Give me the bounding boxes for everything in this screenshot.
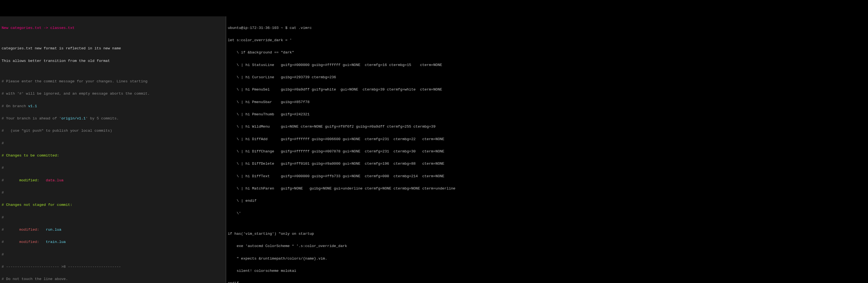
commit-body-line[interactable]: This allows better transition from the o…: [2, 59, 224, 63]
terminal-line: \ | hi PmenuThumb guifg=#242321: [228, 112, 866, 117]
comment-line: # with '#' will be ignored, and an empty…: [2, 92, 224, 96]
commit-body-line[interactable]: categories.txt new format is reflected i…: [2, 46, 224, 51]
comment-hash: #: [2, 166, 224, 170]
terminal-line: " expects &runtimepath/colors/{name}.vim…: [228, 257, 866, 261]
terminal-line: \ | hi DiffAdd guifg=#ffffff guibg=#0066…: [228, 137, 866, 141]
terminal-line: \ | hi CursorLine guibg=#293739 ctermbg=…: [228, 75, 866, 79]
terminal-line: \': [228, 211, 866, 215]
modified-unstaged-line: # modified: run.lua: [2, 228, 224, 232]
terminal-line: \ | hi PmenuSbar guibg=#857f78: [228, 100, 866, 104]
changes-not-staged-header: # Changes not staged for commit:: [2, 203, 224, 207]
terminal-line: \ if &background == "dark": [228, 51, 866, 55]
push-hint: # (use "git push" to publish your local …: [2, 129, 224, 133]
branch-line: # On branch v1.1: [2, 104, 224, 108]
right-pane-terminal[interactable]: ubuntu@ip-172-31-36-103 ~ $ cat .vimrc l…: [226, 17, 868, 283]
scissors-line: # ------------------------ >8 ----------…: [2, 265, 224, 269]
tmux-split-container: New categories.txt -> classes.txt catego…: [0, 17, 868, 283]
comment-hash: #: [2, 215, 224, 219]
terminal-line: if has('vim_starting') "only on startup: [228, 232, 866, 236]
comment-hash: #: [2, 252, 224, 257]
terminal-line: \ | hi PmenuSel guibg=#0a9dff guifg=whit…: [228, 88, 866, 92]
terminal-line: \ | hi DiffDelete guifg=#ff0101 guibg=#9…: [228, 162, 866, 166]
terminal-line: \ | hi DiffChange guifg=#ffffff guibg=#0…: [228, 149, 866, 154]
terminal-line: \ | hi WildMenu gui=NONE cterm=NONE guif…: [228, 125, 866, 129]
left-pane-git-commit-editor[interactable]: New categories.txt -> classes.txt catego…: [0, 17, 226, 283]
modified-unstaged-line: # modified: train.lua: [2, 240, 224, 244]
terminal-line: ubuntu@ip-172-31-36-103 ~ $ cat .vimrc: [228, 26, 866, 30]
terminal-line: endif: [228, 281, 866, 283]
changes-committed-header: # Changes to be committed:: [2, 154, 224, 158]
ahead-line: # Your branch is ahead of 'origin/v1.1' …: [2, 117, 224, 121]
terminal-line: \ | hi StatusLine guifg=#000000 guibg=#f…: [228, 63, 866, 67]
commit-title[interactable]: New categories.txt -> classes.txt: [2, 26, 224, 30]
terminal-line: \ | hi MatchParen guifg=NONE guibg=NONE …: [228, 187, 866, 191]
terminal-line: let s:color_override_dark = ': [228, 38, 866, 42]
comment-line: # Do not touch the line above.: [2, 277, 224, 281]
terminal-line: exe 'autocmd ColorScheme * '.s:color_ove…: [228, 244, 866, 248]
modified-staged-line: # modified: data.lua: [2, 178, 224, 182]
terminal-line: silent! colorscheme molokai: [228, 269, 866, 273]
terminal-line: \ | hi DiffText guifg=#000000 guibg=#ffb…: [228, 174, 866, 178]
comment-line: # Please enter the commit message for yo…: [2, 79, 224, 84]
comment-hash: #: [2, 141, 224, 145]
comment-hash: #: [2, 191, 224, 195]
terminal-line: \ | endif: [228, 199, 866, 203]
